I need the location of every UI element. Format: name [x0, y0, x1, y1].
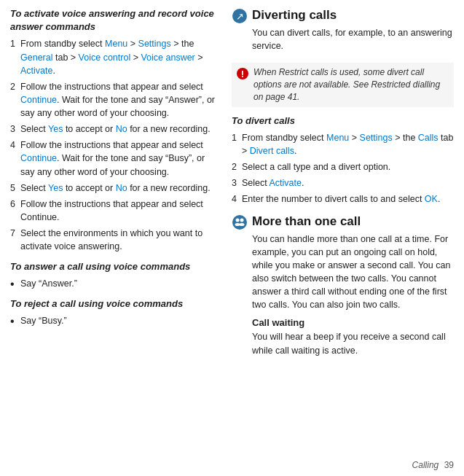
footer-page: 39 — [444, 460, 454, 470]
divert-steps: 1From standby select Menu > Settings > t… — [232, 131, 454, 206]
warning-text: When Restrict calls is used, some divert… — [253, 66, 449, 103]
step-item: 2Follow the instructions that appear and… — [10, 80, 219, 120]
more-block: More than one call You can handle more t… — [232, 214, 454, 360]
svg-point-4 — [232, 215, 247, 230]
left-column: To activate voice answering and record v… — [0, 7, 226, 476]
step-number: 6 — [10, 198, 20, 224]
bullet-dot: • — [10, 314, 20, 328]
svg-point-5 — [236, 218, 240, 222]
phone-divert-icon: ↗ — [232, 8, 248, 24]
step-number: 4 — [10, 138, 20, 178]
step-text: From standby select Menu > Settings > th… — [242, 131, 454, 157]
step-number: 5 — [10, 182, 20, 195]
step-text: Enter the number to divert calls to and … — [242, 192, 454, 206]
svg-text:↗: ↗ — [236, 11, 244, 22]
step-number: 3 — [10, 122, 20, 136]
step-number: 1 — [10, 37, 20, 77]
step-text: Select a call type and a divert option. — [242, 160, 454, 173]
step-text: Select Yes to accept or No for a new rec… — [20, 182, 219, 195]
step-number: 7 — [10, 227, 20, 253]
step-number: 1 — [232, 131, 242, 157]
divert-block: ↗ Diverting calls You can divert calls, … — [232, 7, 454, 55]
svg-text:!: ! — [241, 69, 244, 79]
more-title: More than one call — [252, 214, 454, 230]
step-item: 6Follow the instructions that appear and… — [10, 198, 219, 224]
bullet-text: Say “Answer.” — [20, 277, 77, 291]
section2-title: To answer a call using voice commands — [10, 260, 219, 273]
call-waiting-body: You will hear a beep if you receive a se… — [252, 330, 454, 356]
section3-title: To reject a call using voice commands — [10, 297, 219, 311]
svg-point-6 — [240, 218, 244, 222]
step-item: 1From standby select Menu > Settings > t… — [10, 37, 219, 77]
call-waiting-title: Call waiting — [252, 317, 454, 328]
divert-step-item: 4Enter the number to divert calls to and… — [232, 192, 454, 206]
step-item: 4Follow the instructions that appear and… — [10, 138, 219, 178]
svg-point-7 — [235, 223, 240, 226]
steps-list: 1From standby select Menu > Settings > t… — [10, 37, 219, 253]
step-text: Select the environments in which you wan… — [20, 227, 219, 253]
step-text: Follow the instructions that appear and … — [20, 138, 219, 178]
step-number: 2 — [232, 160, 242, 173]
step-item: 7Select the environments in which you wa… — [10, 227, 219, 253]
warning-block: ! When Restrict calls is used, some dive… — [232, 63, 454, 106]
step-text: Select Yes to accept or No for a new rec… — [20, 122, 219, 136]
step-item: 3Select Yes to accept or No for a new re… — [10, 122, 219, 136]
right-column: ↗ Diverting calls You can divert calls, … — [226, 7, 464, 476]
step-number: 2 — [10, 80, 20, 120]
step-text: Follow the instructions that appear and … — [20, 198, 219, 224]
footer: Calling 39 — [412, 460, 454, 470]
divert-step-item: 3Select Activate. — [232, 176, 454, 190]
divert-step-item: 2Select a call type and a divert option. — [232, 160, 454, 173]
divert-sub-title: To divert calls — [232, 114, 454, 128]
footer-label: Calling — [412, 460, 439, 470]
step-number: 4 — [232, 192, 242, 206]
bullet-item: •Say “Answer.” — [10, 277, 219, 291]
divert-title: Diverting calls — [252, 7, 454, 23]
divert-content: Diverting calls You can divert calls, fo… — [252, 7, 454, 55]
more-body: You can handle more than one call at a t… — [252, 233, 454, 312]
bullet-text: Say “Busy.” — [20, 314, 67, 328]
divert-sub-section: To divert calls 1From standby select Men… — [232, 114, 454, 206]
two-people-icon — [232, 214, 248, 230]
step-number: 3 — [232, 176, 242, 190]
more-content: More than one call You can handle more t… — [252, 214, 454, 360]
divert-body: You can divert calls, for example, to an… — [252, 26, 454, 52]
step-item: 5Select Yes to accept or No for a new re… — [10, 182, 219, 195]
bullet-item: •Say “Busy.” — [10, 314, 219, 328]
section1-title: To activate voice answering and record v… — [10, 7, 219, 34]
divert-step-item: 1From standby select Menu > Settings > t… — [232, 131, 454, 157]
step-text: Select Activate. — [242, 176, 454, 190]
warning-icon: ! — [236, 67, 249, 80]
step-text: Follow the instructions that appear and … — [20, 80, 219, 120]
bullet-dot: • — [10, 277, 20, 291]
step-text: From standby select Menu > Settings > th… — [20, 37, 219, 77]
svg-point-8 — [240, 223, 245, 226]
